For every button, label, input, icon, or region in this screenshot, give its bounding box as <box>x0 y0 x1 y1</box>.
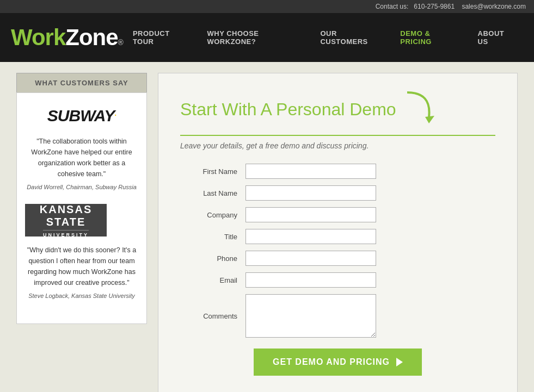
ks-bottom-text: UNIVERSITY <box>43 230 89 238</box>
submit-area: GET DEMO AND PRICING <box>180 349 495 376</box>
subway-logo-block: SUBWAY. <box>25 104 138 128</box>
sidebar-body: SUBWAY. "The collaboration tools within … <box>16 92 147 324</box>
logo: WorkZone® <box>11 24 123 51</box>
company-label: Company <box>180 211 245 219</box>
phone-label: Phone <box>180 254 245 263</box>
company-input[interactable] <box>245 207 376 222</box>
svg-marker-0 <box>425 116 434 123</box>
sidebar: WHAT CUSTOMERS SAY SUBWAY. "The collabor… <box>16 73 147 324</box>
ks-author: Steve Logback, Kansas State University <box>25 293 138 299</box>
logo-zone: Zone <box>65 24 118 51</box>
subway-brand: SUBWAY <box>47 107 114 125</box>
phone-number: 610-275-9861 <box>414 3 455 10</box>
ks-logo-block: KANSAS STATE UNIVERSITY <box>25 204 138 237</box>
first-name-row: First Name <box>180 164 495 179</box>
comments-textarea[interactable] <box>245 294 376 338</box>
subway-author: David Worrell, Chairman, Subway Russia <box>25 184 138 190</box>
title-row: Title <box>180 229 495 244</box>
last-name-row: Last Name <box>180 185 495 201</box>
logo-work: Work <box>11 24 65 51</box>
header: WorkZone® PRODUCT TOUR WHY CHOOSE WORKZO… <box>0 13 534 62</box>
subway-text: SUBWAY. <box>47 107 116 125</box>
nav-about-us[interactable]: ABOUT US <box>468 29 523 46</box>
nav-demo-pricing[interactable]: DEMO & PRICING <box>390 29 468 46</box>
comments-label: Comments <box>180 312 245 320</box>
nav-product-tour[interactable]: PRODUCT TOUR <box>123 29 198 46</box>
last-name-label: Last Name <box>180 189 245 197</box>
first-name-label: First Name <box>180 167 245 176</box>
email-input[interactable] <box>245 272 376 288</box>
email-row: Email <box>180 272 495 288</box>
ks-logo: KANSAS STATE UNIVERSITY <box>25 204 107 237</box>
phone-row: Phone <box>180 251 495 266</box>
curved-arrow-graphic <box>404 90 434 129</box>
ks-top-text: KANSAS STATE <box>36 203 96 228</box>
sidebar-title: WHAT CUSTOMERS SAY <box>16 73 147 92</box>
main-form-area: Start With A Personal Demo Leave your de… <box>158 73 518 392</box>
nav-our-customers[interactable]: OUR CUSTOMERS <box>310 29 390 46</box>
logo-tm: ® <box>118 38 123 47</box>
subway-testimonial: "The collaboration tools within WorkZone… <box>25 136 138 179</box>
main-nav: PRODUCT TOUR WHY CHOOSE WORKZONE? OUR CU… <box>123 29 523 46</box>
title-input[interactable] <box>245 229 376 244</box>
top-bar: Contact us: 610-275-9861 sales@workzone.… <box>0 0 534 13</box>
contact-label: Contact us: <box>376 3 409 10</box>
submit-arrow-icon <box>396 358 403 366</box>
subway-logo: SUBWAY. <box>42 104 121 128</box>
demo-title: Start With A Personal Demo <box>180 90 495 136</box>
last-name-input[interactable] <box>245 185 376 201</box>
content-area: WHAT CUSTOMERS SAY SUBWAY. "The collabor… <box>0 62 534 392</box>
title-label: Title <box>180 233 245 241</box>
first-name-input[interactable] <box>245 164 376 179</box>
submit-label: GET DEMO AND PRICING <box>273 357 390 367</box>
nav-why-choose[interactable]: WHY CHOOSE WORKZONE? <box>197 29 310 46</box>
email-link[interactable]: sales@workzone.com <box>462 3 526 10</box>
demo-subtitle: Leave your details, get a free demo and … <box>180 141 495 150</box>
demo-title-text: Start With A Personal Demo <box>180 99 396 120</box>
comments-row: Comments <box>180 294 495 338</box>
phone-input[interactable] <box>245 251 376 266</box>
ks-testimonial: "Why didn't we do this sooner? It's a qu… <box>25 245 138 288</box>
company-row: Company <box>180 207 495 222</box>
subway-symbol: . <box>114 109 116 117</box>
submit-button[interactable]: GET DEMO AND PRICING <box>254 349 422 376</box>
email-label: Email <box>180 276 245 284</box>
